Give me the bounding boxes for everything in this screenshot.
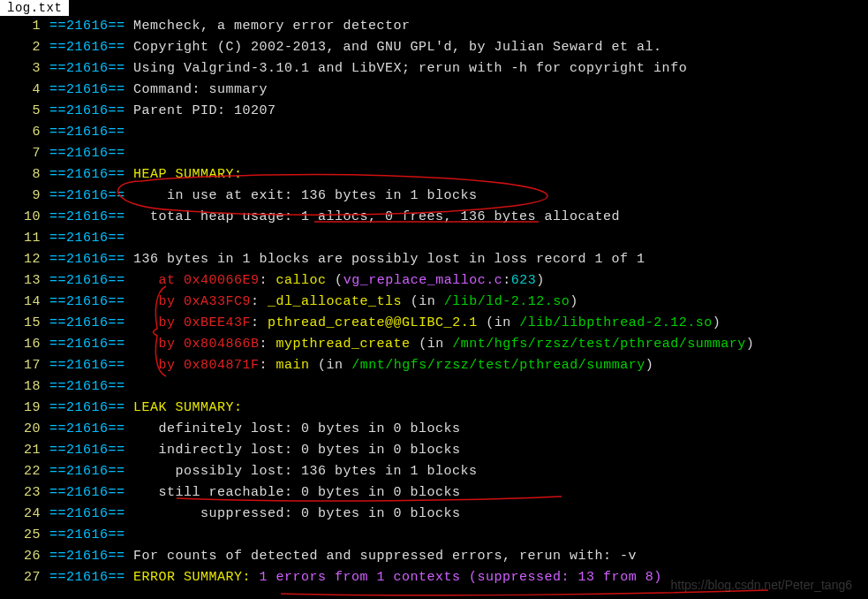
code-line: 7==21616== xyxy=(0,143,868,164)
segment: 623 xyxy=(511,273,537,288)
segment xyxy=(133,358,159,373)
segment: vg_replace_malloc.c xyxy=(343,273,503,288)
pid-prefix: ==21616== xyxy=(49,294,125,309)
segment: 136 bytes in 1 blocks are possibly lost … xyxy=(133,252,645,267)
code-line: 18==21616== xyxy=(0,376,868,398)
segment: 1 errors from 1 contexts (suppressed: 13… xyxy=(260,570,662,585)
line-number: 9 xyxy=(0,186,49,207)
line-content: ==21616== Using Valgrind-3.10.1 and LibV… xyxy=(49,58,687,80)
line-number: 5 xyxy=(0,101,49,122)
pid-prefix: ==21616== xyxy=(49,379,125,394)
pid-prefix: ==21616== xyxy=(49,549,125,564)
code-line: 5==21616== Parent PID: 10207 xyxy=(0,101,868,122)
segment: Memcheck, a memory error detector xyxy=(133,19,411,34)
line-number: 14 xyxy=(0,292,49,313)
segment: still reachable: 0 bytes in 0 blocks xyxy=(133,485,461,500)
pid-prefix: ==21616== xyxy=(49,146,125,161)
line-content: ==21616== ERROR SUMMARY: 1 errors from 1… xyxy=(49,567,662,588)
code-line: 14==21616== by 0xA33FC9: _dl_allocate_tl… xyxy=(0,292,868,313)
code-line: 19==21616== LEAK SUMMARY: xyxy=(0,398,868,419)
code-line: 1==21616== Memcheck, a memory error dete… xyxy=(0,16,868,37)
line-number: 17 xyxy=(0,355,49,376)
segment: : xyxy=(260,358,276,373)
code-line: 4==21616== Command: summary xyxy=(0,80,868,101)
line-content: ==21616== 136 bytes in 1 blocks are poss… xyxy=(49,249,645,270)
segment: in use at exit: 136 bytes in 1 blocks xyxy=(133,188,478,203)
pid-prefix: ==21616== xyxy=(49,527,125,542)
code-line: 23==21616== still reachable: 0 bytes in … xyxy=(0,482,868,504)
line-number: 23 xyxy=(0,482,49,504)
pid-prefix: ==21616== xyxy=(49,421,125,436)
pid-prefix: ==21616== xyxy=(49,443,125,458)
code-line: 17==21616== by 0x804871F: main (in /mnt/… xyxy=(0,355,868,376)
line-number: 27 xyxy=(0,567,49,588)
segment: /lib/libpthread-2.12.so xyxy=(519,315,713,330)
pid-prefix: ==21616== xyxy=(49,400,125,415)
code-line: 24==21616== suppressed: 0 bytes in 0 blo… xyxy=(0,504,868,525)
segment: (in xyxy=(310,358,352,373)
editor-content[interactable]: 1==21616== Memcheck, a memory error dete… xyxy=(0,16,868,588)
line-content: ==21616== xyxy=(49,122,125,143)
file-tab[interactable]: log.txt xyxy=(0,0,69,16)
line-number: 25 xyxy=(0,525,49,546)
line-content: ==21616== xyxy=(49,228,125,249)
code-line: 8==21616== HEAP SUMMARY: xyxy=(0,164,868,186)
line-content: ==21616== by 0x804871F: main (in /mnt/hg… xyxy=(49,355,653,376)
line-content: ==21616== by 0x804866B: mypthread_create… xyxy=(49,334,754,355)
line-number: 13 xyxy=(0,270,49,292)
line-number: 6 xyxy=(0,122,49,143)
line-number: 4 xyxy=(0,80,49,101)
code-line: 2==21616== Copyright (C) 2002-2013, and … xyxy=(0,37,868,58)
line-number: 21 xyxy=(0,440,49,461)
segment: definitely lost: 0 bytes in 0 blocks xyxy=(133,421,461,436)
segment: ) xyxy=(570,294,578,309)
segment: HEAP SUMMARY: xyxy=(133,167,243,182)
line-content: ==21616== LEAK SUMMARY: xyxy=(49,398,243,419)
line-content: ==21616== indirectly lost: 0 bytes in 0 … xyxy=(49,440,461,461)
line-number: 20 xyxy=(0,419,49,440)
segment: by 0xA33FC9 xyxy=(159,294,252,309)
pid-prefix: ==21616== xyxy=(49,337,125,352)
line-content: ==21616== Copyright (C) 2002-2013, and G… xyxy=(49,37,662,58)
segment: indirectly lost: 0 bytes in 0 blocks xyxy=(133,443,461,458)
line-content: ==21616== xyxy=(49,525,125,546)
segment: Copyright (C) 2002-2013, and GNU GPL'd, … xyxy=(133,40,662,55)
pid-prefix: ==21616== xyxy=(49,358,125,373)
line-content: ==21616== total heap usage: 1 allocs, 0 … xyxy=(49,207,620,228)
segment: total heap usage: 1 allocs, 0 frees, 136… xyxy=(133,209,620,224)
code-line: 3==21616== Using Valgrind-3.10.1 and Lib… xyxy=(0,58,868,80)
line-number: 2 xyxy=(0,37,49,58)
line-number: 12 xyxy=(0,249,49,270)
pid-prefix: ==21616== xyxy=(49,82,125,97)
pid-prefix: ==21616== xyxy=(49,231,125,246)
line-content: ==21616== Parent PID: 10207 xyxy=(49,101,276,122)
segment: : xyxy=(260,337,276,352)
code-line: 16==21616== by 0x804866B: mypthread_crea… xyxy=(0,334,868,355)
segment: at 0x40066E9 xyxy=(159,273,260,288)
line-number: 22 xyxy=(0,461,49,482)
segment: For counts of detected and suppressed er… xyxy=(133,549,637,564)
code-line: 12==21616== 136 bytes in 1 blocks are po… xyxy=(0,249,868,270)
line-content: ==21616== xyxy=(49,143,125,164)
segment: suppressed: 0 bytes in 0 blocks xyxy=(133,506,461,521)
code-line: 10==21616== total heap usage: 1 allocs, … xyxy=(0,207,868,228)
segment: Parent PID: 10207 xyxy=(133,103,276,118)
line-content: ==21616== suppressed: 0 bytes in 0 block… xyxy=(49,504,461,525)
code-line: 9==21616== in use at exit: 136 bytes in … xyxy=(0,186,868,207)
segment xyxy=(133,315,159,330)
pid-prefix: ==21616== xyxy=(49,464,125,479)
pid-prefix: ==21616== xyxy=(49,188,125,203)
line-content: ==21616== at 0x40066E9: calloc (vg_repla… xyxy=(49,270,545,292)
segment: pthread_create@@GLIBC_2.1 xyxy=(268,315,478,330)
segment: ( xyxy=(327,273,343,288)
segment: by 0x804871F xyxy=(159,358,260,373)
pid-prefix: ==21616== xyxy=(49,19,125,34)
segment xyxy=(133,294,159,309)
file-tab-label: log.txt xyxy=(7,1,62,15)
line-number: 11 xyxy=(0,228,49,249)
segment: : xyxy=(502,273,511,288)
line-number: 10 xyxy=(0,207,49,228)
line-content: ==21616== by 0xBEE43F: pthread_create@@G… xyxy=(49,313,721,334)
line-number: 15 xyxy=(0,313,49,334)
pid-prefix: ==21616== xyxy=(49,125,125,140)
